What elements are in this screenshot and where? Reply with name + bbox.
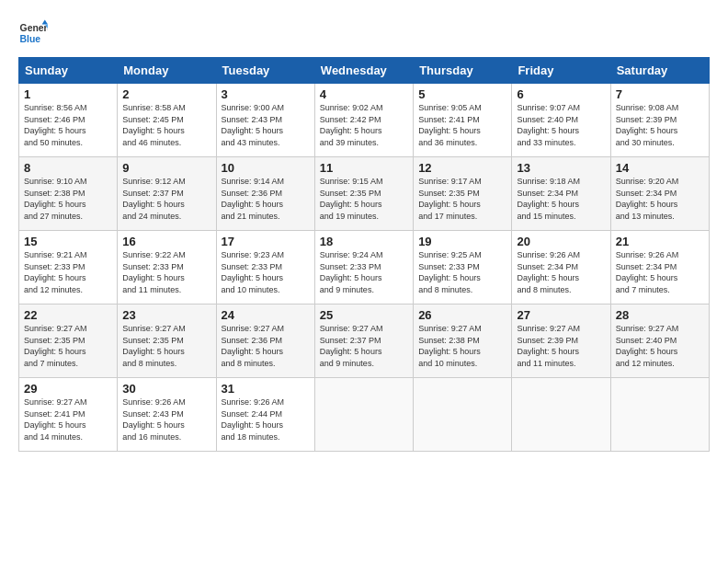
day-cell: 4Sunrise: 9:02 AM Sunset: 2:42 PM Daylig… bbox=[314, 84, 413, 157]
week-row: 29Sunrise: 9:27 AM Sunset: 2:41 PM Dayli… bbox=[19, 378, 710, 452]
day-number: 28 bbox=[616, 308, 704, 322]
day-info: Sunrise: 9:27 AM Sunset: 2:35 PM Dayligh… bbox=[24, 323, 112, 369]
day-cell: 12Sunrise: 9:17 AM Sunset: 2:35 PM Dayli… bbox=[414, 157, 512, 231]
day-info: Sunrise: 9:08 AM Sunset: 2:39 PM Dayligh… bbox=[616, 102, 704, 148]
day-number: 6 bbox=[517, 87, 605, 101]
day-cell: 1Sunrise: 8:56 AM Sunset: 2:46 PM Daylig… bbox=[19, 84, 118, 157]
svg-text:General: General bbox=[20, 23, 48, 33]
week-row: 15Sunrise: 9:21 AM Sunset: 2:33 PM Dayli… bbox=[19, 231, 710, 304]
calendar-header: SundayMondayTuesdayWednesdayThursdayFrid… bbox=[19, 58, 710, 84]
calendar-body: 1Sunrise: 8:56 AM Sunset: 2:46 PM Daylig… bbox=[19, 84, 710, 452]
day-info: Sunrise: 9:24 AM Sunset: 2:33 PM Dayligh… bbox=[320, 249, 408, 295]
day-number: 30 bbox=[122, 382, 210, 396]
header-cell-saturday: Saturday bbox=[610, 58, 709, 84]
day-info: Sunrise: 9:15 AM Sunset: 2:35 PM Dayligh… bbox=[320, 176, 408, 222]
day-info: Sunrise: 9:26 AM Sunset: 2:44 PM Dayligh… bbox=[222, 396, 310, 442]
day-cell: 31Sunrise: 9:26 AM Sunset: 2:44 PM Dayli… bbox=[216, 378, 314, 452]
header-cell-tuesday: Tuesday bbox=[216, 58, 314, 84]
day-number: 9 bbox=[122, 161, 210, 175]
day-cell: 27Sunrise: 9:27 AM Sunset: 2:39 PM Dayli… bbox=[512, 304, 610, 378]
day-number: 20 bbox=[517, 235, 605, 248]
header: General Blue bbox=[18, 18, 710, 48]
day-cell bbox=[512, 378, 610, 452]
header-cell-monday: Monday bbox=[118, 58, 216, 84]
day-cell: 3Sunrise: 9:00 AM Sunset: 2:43 PM Daylig… bbox=[216, 84, 314, 157]
header-row: SundayMondayTuesdayWednesdayThursdayFrid… bbox=[19, 58, 710, 84]
logo: General Blue bbox=[18, 18, 48, 48]
day-number: 15 bbox=[24, 235, 112, 248]
day-cell: 25Sunrise: 9:27 AM Sunset: 2:37 PM Dayli… bbox=[314, 304, 413, 378]
day-info: Sunrise: 8:56 AM Sunset: 2:46 PM Dayligh… bbox=[24, 102, 112, 148]
day-cell: 23Sunrise: 9:27 AM Sunset: 2:35 PM Dayli… bbox=[118, 304, 216, 378]
day-info: Sunrise: 9:05 AM Sunset: 2:41 PM Dayligh… bbox=[418, 102, 506, 148]
day-cell: 17Sunrise: 9:23 AM Sunset: 2:33 PM Dayli… bbox=[216, 231, 314, 304]
day-number: 19 bbox=[418, 235, 506, 248]
week-row: 8Sunrise: 9:10 AM Sunset: 2:38 PM Daylig… bbox=[19, 157, 710, 231]
day-info: Sunrise: 9:00 AM Sunset: 2:43 PM Dayligh… bbox=[222, 102, 310, 148]
day-cell bbox=[610, 378, 709, 452]
day-cell: 24Sunrise: 9:27 AM Sunset: 2:36 PM Dayli… bbox=[216, 304, 314, 378]
header-cell-friday: Friday bbox=[512, 58, 610, 84]
day-info: Sunrise: 9:02 AM Sunset: 2:42 PM Dayligh… bbox=[320, 102, 408, 148]
day-info: Sunrise: 9:27 AM Sunset: 2:37 PM Dayligh… bbox=[320, 323, 408, 369]
day-cell: 9Sunrise: 9:12 AM Sunset: 2:37 PM Daylig… bbox=[118, 157, 216, 231]
day-info: Sunrise: 9:14 AM Sunset: 2:36 PM Dayligh… bbox=[222, 176, 310, 222]
day-number: 3 bbox=[222, 87, 310, 101]
day-number: 31 bbox=[222, 382, 310, 396]
day-number: 24 bbox=[222, 308, 310, 322]
day-info: Sunrise: 9:10 AM Sunset: 2:38 PM Dayligh… bbox=[24, 176, 112, 222]
day-number: 26 bbox=[418, 308, 506, 322]
day-cell: 16Sunrise: 9:22 AM Sunset: 2:33 PM Dayli… bbox=[118, 231, 216, 304]
day-number: 11 bbox=[320, 161, 408, 175]
day-cell bbox=[314, 378, 413, 452]
day-cell: 8Sunrise: 9:10 AM Sunset: 2:38 PM Daylig… bbox=[19, 157, 118, 231]
day-number: 18 bbox=[320, 235, 408, 248]
day-number: 21 bbox=[616, 235, 704, 248]
svg-text:Blue: Blue bbox=[20, 34, 41, 44]
day-number: 27 bbox=[517, 308, 605, 322]
day-info: Sunrise: 9:27 AM Sunset: 2:35 PM Dayligh… bbox=[122, 323, 210, 369]
day-cell: 30Sunrise: 9:26 AM Sunset: 2:43 PM Dayli… bbox=[118, 378, 216, 452]
day-number: 12 bbox=[418, 161, 506, 175]
day-info: Sunrise: 9:20 AM Sunset: 2:34 PM Dayligh… bbox=[616, 176, 704, 222]
day-cell: 15Sunrise: 9:21 AM Sunset: 2:33 PM Dayli… bbox=[19, 231, 118, 304]
day-info: Sunrise: 9:26 AM Sunset: 2:34 PM Dayligh… bbox=[517, 249, 605, 295]
day-cell: 11Sunrise: 9:15 AM Sunset: 2:35 PM Dayli… bbox=[314, 157, 413, 231]
day-info: Sunrise: 9:27 AM Sunset: 2:41 PM Dayligh… bbox=[24, 396, 112, 442]
day-info: Sunrise: 9:22 AM Sunset: 2:33 PM Dayligh… bbox=[122, 249, 210, 295]
day-cell: 19Sunrise: 9:25 AM Sunset: 2:33 PM Dayli… bbox=[414, 231, 512, 304]
day-cell: 22Sunrise: 9:27 AM Sunset: 2:35 PM Dayli… bbox=[19, 304, 118, 378]
day-info: Sunrise: 9:18 AM Sunset: 2:34 PM Dayligh… bbox=[517, 176, 605, 222]
day-info: Sunrise: 8:58 AM Sunset: 2:45 PM Dayligh… bbox=[122, 102, 210, 148]
day-cell: 26Sunrise: 9:27 AM Sunset: 2:38 PM Dayli… bbox=[414, 304, 512, 378]
day-cell: 20Sunrise: 9:26 AM Sunset: 2:34 PM Dayli… bbox=[512, 231, 610, 304]
day-cell: 5Sunrise: 9:05 AM Sunset: 2:41 PM Daylig… bbox=[414, 84, 512, 157]
day-cell bbox=[414, 378, 512, 452]
day-cell: 14Sunrise: 9:20 AM Sunset: 2:34 PM Dayli… bbox=[610, 157, 709, 231]
day-cell: 13Sunrise: 9:18 AM Sunset: 2:34 PM Dayli… bbox=[512, 157, 610, 231]
day-cell: 10Sunrise: 9:14 AM Sunset: 2:36 PM Dayli… bbox=[216, 157, 314, 231]
page: General Blue SundayMondayTuesdayWednesda… bbox=[0, 0, 728, 461]
day-number: 1 bbox=[24, 87, 112, 101]
day-number: 14 bbox=[616, 161, 704, 175]
day-info: Sunrise: 9:21 AM Sunset: 2:33 PM Dayligh… bbox=[24, 249, 112, 295]
day-info: Sunrise: 9:25 AM Sunset: 2:33 PM Dayligh… bbox=[418, 249, 506, 295]
week-row: 22Sunrise: 9:27 AM Sunset: 2:35 PM Dayli… bbox=[19, 304, 710, 378]
day-info: Sunrise: 9:27 AM Sunset: 2:38 PM Dayligh… bbox=[418, 323, 506, 369]
header-cell-thursday: Thursday bbox=[414, 58, 512, 84]
week-row: 1Sunrise: 8:56 AM Sunset: 2:46 PM Daylig… bbox=[19, 84, 710, 157]
day-info: Sunrise: 9:27 AM Sunset: 2:40 PM Dayligh… bbox=[616, 323, 704, 369]
day-info: Sunrise: 9:12 AM Sunset: 2:37 PM Dayligh… bbox=[122, 176, 210, 222]
day-info: Sunrise: 9:27 AM Sunset: 2:39 PM Dayligh… bbox=[517, 323, 605, 369]
day-number: 17 bbox=[222, 235, 310, 248]
day-cell: 7Sunrise: 9:08 AM Sunset: 2:39 PM Daylig… bbox=[610, 84, 709, 157]
day-number: 16 bbox=[122, 235, 210, 248]
day-info: Sunrise: 9:27 AM Sunset: 2:36 PM Dayligh… bbox=[222, 323, 310, 369]
day-info: Sunrise: 9:26 AM Sunset: 2:34 PM Dayligh… bbox=[616, 249, 704, 295]
logo-icon: General Blue bbox=[18, 18, 48, 48]
day-number: 13 bbox=[517, 161, 605, 175]
day-number: 23 bbox=[122, 308, 210, 322]
day-cell: 29Sunrise: 9:27 AM Sunset: 2:41 PM Dayli… bbox=[19, 378, 118, 452]
day-number: 29 bbox=[24, 382, 112, 396]
day-number: 8 bbox=[24, 161, 112, 175]
